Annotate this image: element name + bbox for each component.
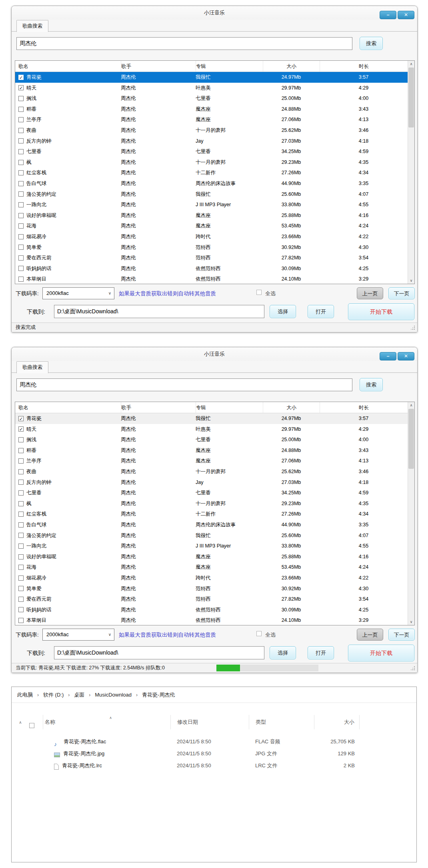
column-header-name[interactable]: 歌名: [15, 402, 121, 413]
prev-page-button[interactable]: 上一页: [357, 287, 383, 299]
column-header-size[interactable]: 大小: [263, 402, 320, 413]
search-button[interactable]: 搜索: [360, 378, 383, 391]
song-checkbox[interactable]: [18, 85, 24, 90]
song-row[interactable]: 一路向北周杰伦J III MP3 Player33.80Mb4:55: [15, 541, 408, 551]
song-checkbox[interactable]: [18, 191, 24, 197]
search-input[interactable]: [16, 378, 352, 391]
song-checkbox[interactable]: [18, 234, 24, 239]
bitrate-select[interactable]: 2000kflac ∨: [42, 629, 114, 641]
song-row[interactable]: 告白气球周杰伦周杰伦的床边故事44.90Mb3:35: [15, 520, 408, 530]
song-checkbox[interactable]: [18, 533, 24, 538]
scrollbar-thumb[interactable]: [408, 409, 414, 469]
song-row[interactable]: 枫周杰伦十一月的萧邦29.23Mb4:35: [15, 498, 408, 509]
song-checkbox[interactable]: [18, 448, 24, 453]
song-checkbox[interactable]: [18, 245, 24, 250]
song-checkbox[interactable]: [18, 266, 24, 271]
song-row[interactable]: 蒲公英的约定周杰伦我很忙25.60Mb4:07: [15, 189, 408, 200]
song-row[interactable]: 兰亭序周杰伦魔杰座27.06Mb4:13: [15, 456, 408, 466]
column-header-album[interactable]: 专辑: [196, 402, 263, 413]
song-checkbox[interactable]: [18, 117, 24, 122]
song-checkbox[interactable]: [18, 75, 24, 80]
song-checkbox[interactable]: [18, 480, 24, 485]
tab-song-search[interactable]: 歌曲搜索: [16, 361, 48, 373]
song-row[interactable]: 夜曲周杰伦十一月的萧邦25.62Mb3:46: [15, 466, 408, 477]
song-checkbox[interactable]: [18, 607, 24, 612]
song-row[interactable]: 稻香周杰伦魔杰座24.88Mb3:43: [15, 445, 408, 456]
song-row[interactable]: 简单爱周杰伦范特西30.92Mb4:30: [15, 242, 408, 253]
scroll-up-icon[interactable]: ∧: [408, 61, 414, 67]
song-checkbox[interactable]: [18, 128, 24, 133]
column-header-name[interactable]: 歌名: [15, 61, 121, 72]
next-page-button[interactable]: 下一页: [388, 629, 415, 641]
resize-grip[interactable]: [414, 669, 415, 670]
column-header-name[interactable]: ∧ 名称: [43, 715, 170, 729]
song-checkbox[interactable]: [18, 213, 24, 218]
window-titlebar[interactable]: 小汪音乐 – ✕: [12, 6, 417, 20]
song-row[interactable]: 本草纲目周杰伦依然范特西24.10Mb3:29: [15, 615, 408, 625]
song-checkbox[interactable]: [18, 597, 24, 602]
select-all-checkbox[interactable]: [29, 723, 34, 728]
search-input[interactable]: [16, 37, 352, 50]
song-row[interactable]: 烟花易冷周杰伦跨时代23.66Mb4:22: [15, 573, 408, 583]
song-checkbox[interactable]: [18, 416, 24, 421]
left-scrollbar[interactable]: ∧: [12, 715, 29, 729]
song-row[interactable]: 晴天周杰伦叶惠美29.97Mb4:29: [15, 424, 408, 435]
song-checkbox[interactable]: [18, 586, 24, 591]
song-row[interactable]: 简单爱周杰伦范特西30.92Mb4:30: [15, 583, 408, 594]
song-row[interactable]: 枫周杰伦十一月的萧邦29.23Mb4:35: [15, 157, 408, 168]
song-row[interactable]: 兰亭序周杰伦魔杰座27.06Mb4:13: [15, 114, 408, 125]
song-checkbox[interactable]: [18, 522, 24, 528]
scroll-down-icon[interactable]: ∨: [408, 277, 414, 284]
song-row[interactable]: 爱在西元前周杰伦范特西27.82Mb3:54: [15, 253, 408, 263]
song-checkbox[interactable]: [18, 490, 24, 496]
breadcrumb-item[interactable]: MusicDownload: [95, 692, 132, 698]
song-checkbox[interactable]: [18, 469, 24, 474]
song-checkbox[interactable]: [18, 138, 24, 143]
select-all-checkbox[interactable]: [256, 631, 262, 636]
vertical-scrollbar[interactable]: ∧ ∨: [408, 402, 414, 625]
file-row[interactable]: 青花瓷-周杰伦.lrc2024/11/5 8:50LRC 文件2 KB: [12, 760, 416, 772]
song-row[interactable]: 说好的幸福呢周杰伦魔杰座25.88Mb4:16: [15, 551, 408, 562]
song-row[interactable]: 搁浅周杰伦七里香25.00Mb4:00: [15, 93, 408, 104]
column-header-album[interactable]: 专辑: [196, 61, 263, 72]
start-download-button[interactable]: 开始下载: [348, 645, 414, 661]
song-row[interactable]: 花海周杰伦魔杰座53.45Mb4:24: [15, 562, 408, 573]
song-checkbox[interactable]: [18, 618, 24, 623]
song-row[interactable]: 烟花易冷周杰伦跨时代23.66Mb4:22: [15, 231, 408, 242]
song-checkbox[interactable]: [18, 170, 24, 175]
song-checkbox[interactable]: [18, 255, 24, 261]
song-row[interactable]: 青花瓷周杰伦我很忙24.97Mb3:57: [15, 413, 408, 424]
scroll-up-icon[interactable]: ∧: [408, 402, 414, 408]
song-row[interactable]: 一路向北周杰伦J III MP3 Player33.80Mb4:55: [15, 199, 408, 210]
start-download-button[interactable]: 开始下载: [348, 303, 414, 320]
prev-page-button[interactable]: 上一页: [357, 629, 383, 641]
close-button[interactable]: ✕: [398, 11, 414, 19]
song-row[interactable]: 晴天周杰伦叶惠美29.97Mb4:29: [15, 83, 408, 94]
song-checkbox[interactable]: [18, 107, 24, 112]
resize-grip[interactable]: [414, 329, 415, 330]
song-checkbox[interactable]: [18, 202, 24, 207]
song-row[interactable]: 红尘客栈周杰伦十二新作27.26Mb4:34: [15, 167, 408, 178]
column-header-artist[interactable]: 歌手: [121, 61, 196, 72]
search-button[interactable]: 搜索: [360, 37, 383, 50]
song-row[interactable]: 七里香周杰伦七里香34.25Mb4:59: [15, 146, 408, 157]
column-header-artist[interactable]: 歌手: [121, 402, 196, 413]
song-row[interactable]: 红尘客栈周杰伦十二新作27.26Mb4:34: [15, 509, 408, 520]
select-all-checkbox[interactable]: [256, 290, 262, 295]
breadcrumb-item[interactable]: 此电脑: [17, 692, 33, 698]
download-path-input[interactable]: [54, 646, 264, 659]
scroll-up-icon[interactable]: ∧: [19, 720, 22, 725]
song-row[interactable]: 爱在西元前周杰伦范特西27.82Mb3:54: [15, 594, 408, 605]
song-row[interactable]: 说好的幸福呢周杰伦魔杰座25.88Mb4:16: [15, 210, 408, 221]
song-checkbox[interactable]: [18, 501, 24, 506]
open-folder-button[interactable]: 打开: [308, 305, 334, 318]
song-checkbox[interactable]: [18, 277, 24, 282]
breadcrumb-item[interactable]: 软件 (D:): [43, 692, 64, 698]
close-button[interactable]: ✕: [398, 352, 414, 360]
song-checkbox[interactable]: [18, 575, 24, 581]
song-row[interactable]: 花海周杰伦魔杰座53.45Mb4:24: [15, 221, 408, 231]
song-checkbox[interactable]: [18, 554, 24, 559]
breadcrumb-item[interactable]: 青花瓷-周杰伦: [142, 692, 175, 698]
song-row[interactable]: 反方向的钟周杰伦Jay27.03Mb4:18: [15, 136, 408, 147]
choose-folder-button[interactable]: 选择: [270, 646, 296, 659]
